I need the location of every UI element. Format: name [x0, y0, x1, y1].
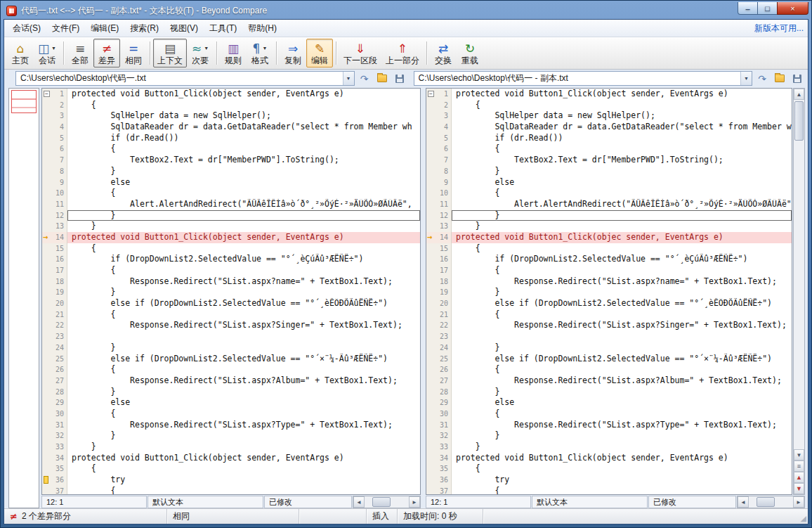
prev-diff-button[interactable]: ▲ — [794, 472, 804, 483]
menu-session[interactable]: 会话(S) — [7, 20, 46, 37]
maximize-button[interactable]: □ — [758, 2, 777, 15]
code-text[interactable]: { — [452, 243, 792, 255]
menu-tools[interactable]: 工具(T) — [204, 20, 242, 37]
copy-button[interactable]: ⇒复制 — [280, 39, 306, 67]
code-text[interactable]: } — [452, 442, 792, 453]
code-text[interactable]: { — [67, 463, 420, 475]
reload-button[interactable]: ↻重载 — [457, 39, 483, 67]
code-text[interactable]: SqlHelper data = new SqlHelper(); — [452, 110, 792, 122]
code-text[interactable]: Response.Redirect("SList.aspx?name=" + T… — [67, 276, 420, 288]
right-path-input[interactable]: C:\Users\echo\Desktop\代码一 - 副本.txt ▼ — [414, 71, 753, 86]
code-text[interactable]: protected void Button1_Click(object send… — [452, 89, 792, 100]
code-text[interactable]: Response.Redirect("SList.aspx?name=" + T… — [452, 276, 792, 288]
code-text[interactable]: protected void Button1_Click(object send… — [67, 232, 420, 243]
left-code-pane[interactable]: 1−protected void Button1_Click(object se… — [41, 88, 421, 495]
code-text[interactable]: { — [452, 463, 792, 475]
rules-button[interactable]: ▥规则 — [220, 39, 247, 67]
code-text[interactable]: else — [452, 177, 792, 188]
code-text[interactable]: try — [67, 475, 420, 486]
code-text[interactable]: if (dr.Read()) — [452, 133, 792, 144]
code-text[interactable]: TextBox2.Text = dr["MemberPWD"].ToString… — [452, 155, 792, 166]
scrollbar-thumb[interactable] — [757, 497, 775, 507]
code-text[interactable]: } — [452, 430, 792, 442]
code-text[interactable]: { — [452, 309, 792, 321]
show-all-button[interactable]: ≡全部 — [67, 39, 93, 67]
code-text[interactable]: { — [452, 486, 792, 495]
close-button[interactable]: × — [777, 2, 808, 15]
fold-toggle-icon[interactable]: − — [428, 91, 434, 97]
right-horizontal-scrollbar[interactable]: ◄ ► — [737, 496, 805, 508]
resize-grip[interactable]: ◢ — [795, 509, 808, 524]
vertical-scrollbar[interactable]: ▲ ▼ ≡ ▲ ▼ — [793, 88, 805, 495]
code-text[interactable]: { — [67, 309, 420, 321]
code-text[interactable]: else if (DropDownList2.SelectedValue == … — [452, 354, 792, 365]
left-history-button[interactable]: ↷ — [357, 71, 372, 86]
menu-edit[interactable]: 编辑(E) — [85, 20, 124, 37]
code-text[interactable]: protected void Button1_Click(object send… — [452, 453, 792, 464]
code-text[interactable]: Response.Redirect("SList.aspx?Album=" + … — [452, 375, 792, 387]
minimize-button[interactable]: – — [738, 2, 758, 15]
code-text[interactable]: { — [452, 100, 792, 111]
code-text[interactable] — [452, 331, 792, 342]
code-text[interactable]: { — [452, 265, 792, 276]
dropdown-arrow-icon[interactable]: ▼ — [262, 46, 267, 51]
code-text[interactable]: { — [452, 143, 792, 155]
code-text[interactable]: } — [452, 166, 792, 177]
scrollbar-thumb[interactable] — [794, 101, 804, 141]
swap-button[interactable]: ⇄交换 — [430, 39, 457, 67]
file-overview-map[interactable] — [8, 88, 39, 508]
code-text[interactable]: try — [452, 475, 792, 486]
next-diff-button[interactable]: ▼ — [794, 483, 804, 494]
code-text[interactable]: Response.Redirect("SList.aspx?Singer=" +… — [67, 320, 420, 331]
code-text[interactable]: SqlDataReader dr = data.GetDataReader("s… — [452, 122, 792, 133]
code-text[interactable]: } — [67, 442, 420, 453]
code-text[interactable]: if (DropDownList2.SelectedValue == "°´¸è… — [452, 254, 792, 265]
code-text[interactable]: Alert.AlertAndRedirect("ÃÛÂêÎÊÌâ»ò´ð°¸²»… — [67, 199, 420, 210]
scroll-left-icon[interactable]: ◄ — [738, 496, 749, 508]
minor-button[interactable]: ≈▼次要 — [187, 39, 214, 67]
fold-toggle-icon[interactable]: − — [44, 91, 50, 97]
code-text[interactable]: protected void Button1_Click(objec sende… — [452, 232, 792, 243]
code-text[interactable]: } — [452, 221, 792, 232]
code-text[interactable]: else — [452, 397, 792, 408]
code-text[interactable]: { — [452, 364, 792, 375]
home-button[interactable]: ⌂主页 — [7, 39, 34, 67]
code-text[interactable]: else if (DropDownList2.SelectedValue == … — [67, 298, 420, 309]
code-text[interactable]: } — [67, 387, 420, 398]
dropdown-arrow-icon[interactable]: ▼ — [51, 46, 56, 51]
code-text[interactable]: { — [67, 143, 420, 155]
right-format-label[interactable]: 默认文本 — [532, 496, 648, 508]
right-browse-button[interactable] — [772, 71, 787, 86]
menu-search[interactable]: 搜索(R) — [124, 20, 164, 37]
scroll-up-icon[interactable]: ▲ — [794, 89, 804, 100]
code-text[interactable]: { — [67, 364, 420, 375]
code-text[interactable]: { — [67, 243, 420, 255]
code-text[interactable]: } — [452, 387, 792, 398]
code-text[interactable]: Response.Redirect("SList.aspx?Album=" + … — [67, 375, 420, 387]
code-text[interactable]: if (dr.Read()) — [67, 133, 420, 144]
show-differences-button[interactable]: ≠差异 — [93, 39, 120, 67]
chevron-down-icon[interactable]: ▼ — [740, 72, 752, 85]
code-text[interactable]: } — [67, 287, 420, 298]
chevron-down-icon[interactable]: ▼ — [343, 72, 354, 85]
code-text[interactable]: } — [67, 221, 420, 232]
left-browse-button[interactable] — [374, 71, 390, 86]
session-button[interactable]: ◫▼会话 — [34, 39, 60, 67]
code-text[interactable]: { — [452, 408, 792, 420]
format-button[interactable]: ¶▼格式 — [247, 39, 273, 67]
left-horizontal-scrollbar[interactable]: ◄ ► — [353, 496, 421, 508]
code-text[interactable]: Response.Redirect("SList.aspx?Singer=" +… — [452, 320, 792, 331]
left-save-button[interactable] — [392, 71, 407, 86]
code-text[interactable]: TextBox2.Text = dr["MemberPWD"].ToString… — [67, 155, 420, 166]
code-text[interactable]: else if (DropDownList2.SelectedValue == … — [67, 354, 420, 365]
next-section-button[interactable]: ⇓下一区段 — [339, 39, 381, 67]
code-text[interactable]: SqlDataReader dr = data.GetDataReader("s… — [67, 122, 420, 133]
code-text[interactable]: if (DropDownList2.SelectedValue == "°´¸è… — [67, 254, 420, 265]
code-text[interactable]: Alert.AlertAndRedirect("ÃÛÂêÎÊÌâ»ò´ð°¸²»… — [452, 199, 792, 210]
code-text[interactable]: } — [452, 342, 792, 354]
menu-help[interactable]: 帮助(H) — [242, 20, 282, 37]
code-text[interactable]: { — [67, 486, 420, 495]
code-text[interactable]: { — [452, 188, 792, 199]
code-text[interactable] — [67, 331, 420, 342]
scrollbar-thumb[interactable] — [372, 497, 391, 507]
